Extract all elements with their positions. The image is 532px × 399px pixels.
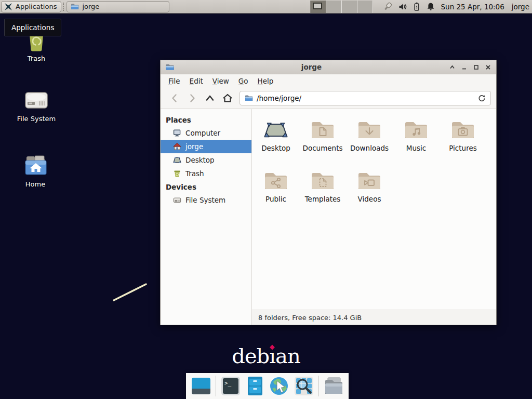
sidebar-item-computer[interactable]: Computer [161, 126, 251, 140]
sidebar-header-devices: Devices [161, 180, 251, 193]
folder-label: Pictures [449, 144, 476, 152]
sidebar: Places Computer jorge [161, 109, 252, 325]
maximize-button[interactable] [472, 63, 480, 71]
network-icon[interactable] [382, 2, 393, 11]
window-content: Places Computer jorge [161, 109, 496, 325]
sidebar-header-places: Places [161, 113, 251, 126]
applications-tooltip: Applications [4, 19, 61, 36]
folder-item-pictures[interactable]: Pictures [440, 115, 486, 166]
home-icon [173, 142, 181, 151]
window-title: jorge [175, 63, 448, 71]
toolbar: /home/jorge/ [161, 88, 496, 109]
sidebar-item-trash[interactable]: Trash [161, 167, 251, 180]
folder-label: Music [406, 144, 426, 152]
videos-folder-icon [357, 169, 382, 191]
file-manager-launcher[interactable] [245, 376, 265, 396]
templates-folder-icon [310, 169, 335, 191]
desktop-icon-file-system[interactable]: File System [10, 88, 62, 123]
workspace-window-preview [313, 3, 322, 9]
desktop-scratch-line [109, 280, 153, 305]
back-button[interactable] [166, 90, 183, 106]
folder-label: Desktop [261, 144, 290, 152]
main-view: Desktop Documents [252, 109, 496, 325]
web-browser-launcher[interactable] [270, 376, 289, 396]
taskbar-window-button[interactable]: jorge [66, 1, 169, 12]
applications-menu-button[interactable]: Applications [1, 1, 61, 12]
trash-icon [173, 169, 181, 178]
drive-icon [173, 196, 181, 204]
downloads-folder-icon [357, 118, 382, 140]
menu-view[interactable]: View [208, 75, 234, 87]
minimize-button[interactable] [460, 63, 468, 71]
workspace-2[interactable] [326, 1, 342, 13]
window-titlebar[interactable]: jorge [161, 60, 496, 74]
hard-drive-icon [10, 88, 62, 112]
sidebar-item-file-system[interactable]: File System [161, 193, 251, 207]
workspace-1[interactable] [311, 1, 326, 13]
menu-go[interactable]: Go [234, 75, 253, 87]
folder-item-templates[interactable]: Templates [299, 166, 346, 217]
menu-edit[interactable]: Edit [185, 75, 208, 87]
sidebar-item-label: Trash [185, 169, 204, 178]
sidebar-item-desktop[interactable]: Desktop [161, 153, 251, 167]
svg-text:>_: >_ [224, 380, 232, 387]
forward-button[interactable] [183, 90, 201, 106]
bottom-dock: >_ [186, 373, 349, 399]
music-folder-icon [404, 118, 429, 140]
shade-button[interactable] [448, 63, 456, 71]
system-tray [382, 2, 435, 11]
home-button[interactable] [219, 90, 236, 106]
folder-item-documents[interactable]: Documents [299, 115, 346, 166]
home-folder-icon [9, 154, 61, 178]
panel-handle[interactable] [63, 3, 65, 11]
terminal-icon: >_ [221, 376, 241, 396]
desktop: Applications jorge [0, 0, 532, 399]
folder-grid[interactable]: Desktop Documents [252, 109, 496, 310]
workspace-4[interactable] [357, 1, 373, 13]
folder-item-desktop[interactable]: Desktop [252, 115, 299, 166]
reload-button[interactable] [477, 94, 486, 102]
gray-folder-icon [324, 377, 343, 395]
location-bar[interactable]: /home/jorge/ [240, 91, 491, 105]
sidebar-item-label: jorge [185, 142, 203, 151]
pictures-folder-icon [450, 118, 475, 140]
folder-label: Downloads [350, 144, 389, 152]
directory-menu-button[interactable] [324, 377, 343, 395]
desktop-icon-label: Trash [10, 55, 62, 62]
forward-icon [191, 95, 194, 102]
debian-logo-text-post: an [275, 344, 300, 368]
panel-clock[interactable]: Sun 25 Apr, 10:06 [441, 3, 504, 11]
workspace-pager [310, 1, 373, 13]
menu-file[interactable]: File [164, 75, 185, 87]
desktop-icon-home[interactable]: Home [9, 154, 61, 188]
folder-item-videos[interactable]: Videos [346, 166, 393, 217]
folder-item-downloads[interactable]: Downloads [346, 115, 393, 166]
desktop-pad-icon [263, 118, 288, 140]
folder-item-public[interactable]: Public [252, 166, 299, 217]
close-button[interactable] [484, 63, 491, 71]
window-controls [448, 63, 491, 71]
terminal-launcher[interactable]: >_ [221, 376, 241, 396]
debian-logo-text-pre: deb [232, 344, 269, 368]
application-finder-launcher[interactable] [294, 376, 314, 396]
window-folder-icon [165, 63, 175, 71]
show-desktop-button[interactable] [191, 376, 211, 396]
sidebar-item-label: Computer [185, 129, 220, 137]
sidebar-item-jorge[interactable]: jorge [161, 140, 251, 153]
workspace-3[interactable] [342, 1, 357, 13]
desktop-icon [173, 156, 181, 164]
dock-separator [318, 376, 319, 396]
panel-username[interactable]: jorge [512, 3, 529, 11]
debian-logo: debıan [0, 344, 532, 368]
volume-icon[interactable] [398, 2, 407, 11]
sidebar-item-label: Desktop [185, 156, 215, 164]
desktop-icon-label: File System [10, 115, 62, 123]
notifications-bell-icon[interactable] [427, 2, 435, 11]
statusbar: 8 folders, Free space: 14.4 GiB [252, 310, 496, 325]
menu-help[interactable]: Help [253, 75, 278, 87]
up-button[interactable] [201, 90, 219, 106]
public-folder-icon [263, 169, 288, 191]
web-browser-globe-icon [270, 376, 289, 396]
battery-icon[interactable] [413, 2, 421, 11]
folder-item-music[interactable]: Music [393, 115, 440, 166]
